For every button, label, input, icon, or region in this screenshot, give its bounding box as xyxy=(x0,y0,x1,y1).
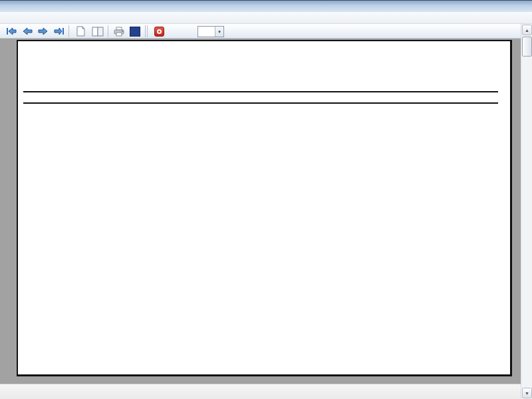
next-page-icon xyxy=(38,27,49,35)
app-window: ▼ ▲ ▼ xyxy=(0,0,532,399)
print-button[interactable] xyxy=(112,25,126,37)
export-word-button[interactable] xyxy=(128,25,142,37)
preview-area xyxy=(0,39,521,384)
facing-pages-icon xyxy=(92,27,104,37)
power-ring xyxy=(157,29,162,34)
facing-pages-view-button[interactable] xyxy=(90,25,105,37)
exit-preview-button[interactable] xyxy=(152,25,166,37)
toolbar-separator xyxy=(145,25,146,37)
exit-preview-icon xyxy=(154,27,164,37)
records-container xyxy=(18,41,512,376)
vertical-scrollbar[interactable]: ▲ ▼ xyxy=(521,24,532,399)
toolbar: ▼ xyxy=(0,24,532,39)
previous-page-icon xyxy=(22,27,33,35)
toolbar-separator xyxy=(147,25,148,37)
printer-icon xyxy=(114,27,124,37)
zoom-combobox[interactable]: ▼ xyxy=(198,26,224,37)
menubar xyxy=(0,12,532,24)
scrollbar-thumb[interactable] xyxy=(522,37,532,57)
scroll-up-icon[interactable]: ▲ xyxy=(522,25,532,35)
statusbar xyxy=(0,384,521,399)
titlebar xyxy=(0,0,532,12)
menu-arquivo[interactable] xyxy=(0,17,12,19)
single-page-view-button[interactable] xyxy=(73,25,88,37)
menu-suporte-e-ajuda[interactable] xyxy=(24,17,36,19)
last-page-button[interactable] xyxy=(52,25,66,37)
scroll-down-icon[interactable]: ▼ xyxy=(522,388,532,398)
word-icon xyxy=(130,27,140,37)
toolbar-separator xyxy=(68,25,69,37)
toolbar-separator xyxy=(108,25,108,37)
first-page-icon xyxy=(6,27,17,35)
zoom-dropdown-arrow-icon[interactable]: ▼ xyxy=(215,27,223,37)
first-page-button[interactable] xyxy=(4,25,19,37)
single-page-icon xyxy=(76,26,85,37)
menu-pagina[interactable] xyxy=(12,17,24,19)
report-page xyxy=(17,40,512,376)
menu-sair-da-previa[interactable] xyxy=(36,17,48,19)
last-page-icon xyxy=(54,27,65,35)
previous-page-button[interactable] xyxy=(20,25,35,37)
next-page-button[interactable] xyxy=(36,25,51,37)
